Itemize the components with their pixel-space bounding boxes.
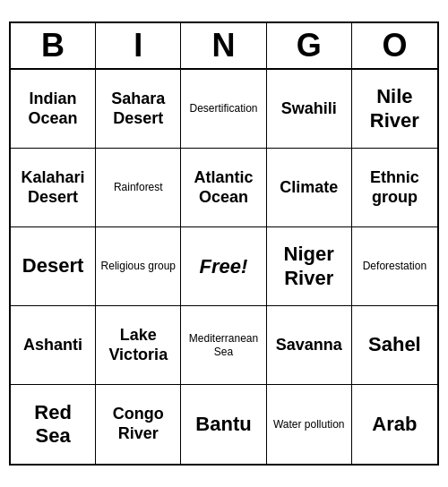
- bingo-cell: Deforestation: [352, 227, 437, 306]
- bingo-cell: Indian Ocean: [11, 70, 96, 149]
- cell-text-medium: Indian Ocean: [14, 90, 91, 128]
- bingo-cell: Desertification: [181, 70, 266, 149]
- cell-text-medium: Congo River: [99, 405, 177, 443]
- bingo-cell: Climate: [267, 149, 352, 227]
- cell-text-small: Religious group: [101, 260, 176, 272]
- bingo-cell: Sahel: [352, 306, 437, 385]
- header-letter: G: [267, 23, 352, 68]
- bingo-cell: Atlantic Ocean: [181, 149, 266, 227]
- cell-text-medium: Lake Victoria: [99, 326, 177, 364]
- bingo-cell: Lake Victoria: [96, 306, 181, 385]
- bingo-cell: Rainforest: [96, 149, 181, 227]
- cell-text-medium: Savanna: [276, 336, 342, 355]
- bingo-cell: Ashanti: [11, 306, 96, 385]
- cell-text-small: Deforestation: [363, 260, 426, 272]
- cell-text-small: Mediterranean Sea: [185, 332, 262, 358]
- bingo-cell: Water pollution: [267, 385, 352, 464]
- bingo-cell: Niger River: [267, 227, 352, 306]
- header-letter: O: [352, 23, 437, 68]
- cell-text-large: Niger River: [271, 243, 348, 290]
- cell-text-large: Red Sea: [14, 401, 91, 449]
- cell-text-medium: Ethnic group: [356, 168, 434, 207]
- bingo-cell: Savanna: [267, 306, 352, 385]
- cell-text-large: Arab: [372, 413, 417, 436]
- cell-text-small: Water pollution: [273, 418, 345, 431]
- bingo-cell: Congo River: [96, 385, 181, 464]
- cell-text-large: Bantu: [195, 413, 251, 436]
- bingo-cell: Religious group: [96, 227, 181, 306]
- bingo-cell: Arab: [352, 385, 437, 464]
- cell-text-large: Desert: [22, 254, 83, 278]
- bingo-cell: Ethnic group: [352, 149, 437, 227]
- free-space: Free!: [200, 255, 248, 278]
- bingo-card: BINGO Indian OceanSahara DesertDesertifi…: [9, 21, 439, 466]
- bingo-cell: Bantu: [181, 385, 266, 464]
- cell-text-medium: Sahara Desert: [99, 90, 177, 128]
- bingo-cell: Kalahari Desert: [11, 149, 96, 227]
- bingo-cell: Free!: [181, 227, 266, 306]
- bingo-grid: Indian OceanSahara DesertDesertification…: [11, 70, 437, 464]
- cell-text-large: Nile River: [356, 85, 434, 132]
- bingo-header: BINGO: [11, 23, 437, 70]
- cell-text-medium: Climate: [280, 178, 338, 198]
- bingo-cell: Nile River: [352, 70, 437, 149]
- cell-text-medium: Swahili: [281, 99, 337, 119]
- cell-text-small: Rainforest: [114, 181, 163, 193]
- cell-text-medium: Kalahari Desert: [14, 168, 91, 207]
- bingo-cell: Swahili: [267, 70, 352, 149]
- cell-text-small: Desertification: [189, 102, 257, 115]
- bingo-cell: Sahara Desert: [96, 70, 181, 149]
- bingo-cell: Red Sea: [11, 385, 96, 464]
- cell-text-medium: Ashanti: [23, 336, 82, 355]
- bingo-cell: Desert: [11, 227, 96, 306]
- cell-text-medium: Atlantic Ocean: [185, 168, 262, 207]
- bingo-cell: Mediterranean Sea: [181, 306, 266, 385]
- header-letter: B: [11, 23, 96, 68]
- cell-text-large: Sahel: [368, 333, 421, 356]
- header-letter: N: [181, 23, 266, 68]
- header-letter: I: [96, 23, 181, 68]
